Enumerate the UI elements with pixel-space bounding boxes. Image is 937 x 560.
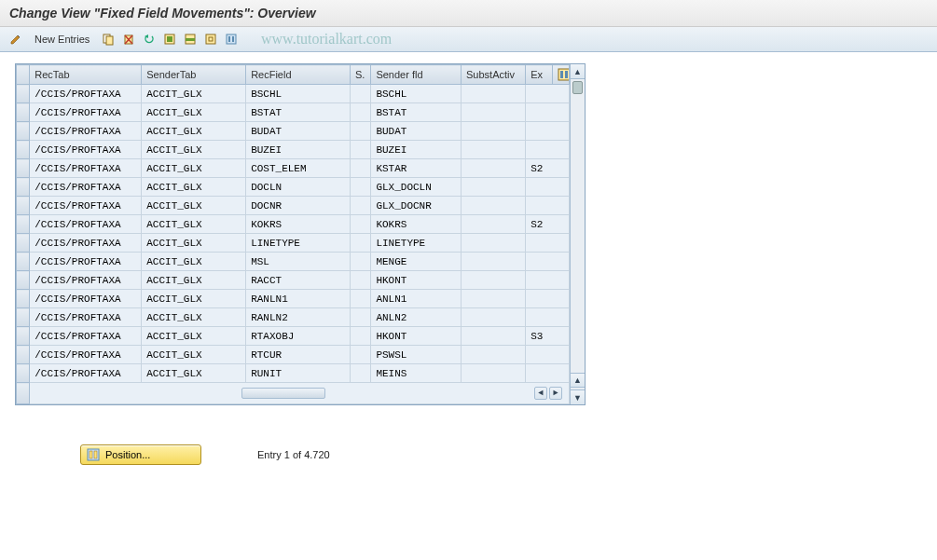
cell-senderfld[interactable]: LINETYPE	[371, 234, 462, 253]
cell-subst[interactable]	[462, 197, 526, 215]
cell-recfield[interactable]: RANLN1	[246, 290, 351, 308]
cell-recfield[interactable]: BSCHL	[246, 85, 351, 103]
vertical-scrollbar[interactable]: ▲ ▼ ▲	[570, 64, 585, 404]
table-row[interactable]: /CCIS/PROFTAXAACCIT_GLXRACCTHKONT	[17, 271, 570, 290]
cell-rectab[interactable]: /CCIS/PROFTAXA	[30, 197, 142, 215]
col-header-senderfld[interactable]: Sender fld	[371, 65, 462, 85]
new-entries-button[interactable]: New Entries	[28, 31, 96, 48]
deselect-all-icon[interactable]	[202, 31, 219, 48]
row-marker[interactable]	[17, 215, 30, 234]
row-marker[interactable]	[17, 364, 30, 383]
cell-subst[interactable]	[462, 85, 526, 103]
cell-recfield[interactable]: BUZEI	[246, 141, 351, 159]
row-marker[interactable]	[17, 141, 30, 159]
toggle-display-change-icon[interactable]	[7, 31, 24, 48]
cell-recfield[interactable]: DOCNR	[246, 197, 351, 215]
cell-sendertab[interactable]: ACCIT_GLX	[142, 178, 246, 197]
row-marker[interactable]	[17, 253, 30, 271]
cell-s[interactable]	[351, 346, 371, 364]
cell-sendertab[interactable]: ACCIT_GLX	[142, 308, 246, 327]
cell-rectab[interactable]: /CCIS/PROFTAXA	[30, 364, 142, 383]
table-row[interactable]: /CCIS/PROFTAXAACCIT_GLXLINETYPELINETYPE	[17, 234, 570, 253]
select-all-icon[interactable]	[161, 31, 178, 48]
table-row[interactable]: /CCIS/PROFTAXAACCIT_GLXCOST_ELEMKSTARS2	[17, 159, 570, 178]
row-marker[interactable]	[17, 308, 30, 327]
cell-ex[interactable]	[526, 308, 570, 327]
cell-recfield[interactable]: BUDAT	[246, 122, 351, 141]
cell-recfield[interactable]: DOCLN	[246, 178, 351, 197]
table-row[interactable]: /CCIS/PROFTAXAACCIT_GLXKOKRSKOKRSS2	[17, 215, 570, 234]
cell-ex[interactable]	[526, 141, 570, 159]
cell-subst[interactable]	[462, 364, 526, 383]
configuration-icon[interactable]	[223, 31, 240, 48]
table-config-button[interactable]	[552, 65, 569, 85]
cell-s[interactable]	[351, 85, 371, 103]
cell-sendertab[interactable]: ACCIT_GLX	[142, 346, 246, 364]
cell-senderfld[interactable]: BSCHL	[371, 85, 462, 103]
table-row[interactable]: /CCIS/PROFTAXAACCIT_GLXBUDATBUDAT	[17, 122, 570, 141]
cell-recfield[interactable]: KOKRS	[246, 215, 351, 234]
cell-recfield[interactable]: MSL	[246, 253, 351, 271]
col-header-rectab[interactable]: RecTab	[30, 65, 142, 85]
cell-subst[interactable]	[462, 346, 526, 364]
cell-subst[interactable]	[462, 103, 526, 122]
cell-subst[interactable]	[462, 234, 526, 253]
table-row[interactable]: /CCIS/PROFTAXAACCIT_GLXRUNITMEINS	[17, 364, 570, 383]
cell-senderfld[interactable]: BSTAT	[371, 103, 462, 122]
table-row[interactable]: /CCIS/PROFTAXAACCIT_GLXRANLN2ANLN2	[17, 308, 570, 327]
cell-s[interactable]	[351, 141, 371, 159]
row-marker-header[interactable]	[17, 65, 30, 85]
cell-subst[interactable]	[462, 215, 526, 234]
cell-sendertab[interactable]: ACCIT_GLX	[142, 215, 246, 234]
cell-s[interactable]	[351, 308, 371, 327]
cell-s[interactable]	[351, 234, 371, 253]
cell-senderfld[interactable]: HKONT	[371, 327, 462, 346]
vscroll-thumb[interactable]	[572, 81, 583, 94]
row-marker[interactable]	[17, 85, 30, 103]
cell-subst[interactable]	[462, 271, 526, 290]
col-header-substactiv[interactable]: SubstActiv	[462, 65, 526, 85]
cell-sendertab[interactable]: ACCIT_GLX	[142, 85, 246, 103]
row-marker[interactable]	[17, 103, 30, 122]
cell-rectab[interactable]: /CCIS/PROFTAXA	[30, 253, 142, 271]
cell-subst[interactable]	[462, 178, 526, 197]
cell-sendertab[interactable]: ACCIT_GLX	[142, 271, 246, 290]
cell-rectab[interactable]: /CCIS/PROFTAXA	[30, 178, 142, 197]
cell-senderfld[interactable]: KSTAR	[371, 159, 462, 178]
cell-recfield[interactable]: RANLN2	[246, 308, 351, 327]
cell-rectab[interactable]: /CCIS/PROFTAXA	[30, 159, 142, 178]
cell-subst[interactable]	[462, 159, 526, 178]
cell-s[interactable]	[351, 103, 371, 122]
row-marker[interactable]	[17, 159, 30, 178]
cell-rectab[interactable]: /CCIS/PROFTAXA	[30, 271, 142, 290]
cell-rectab[interactable]: /CCIS/PROFTAXA	[30, 122, 142, 141]
cell-recfield[interactable]: RACCT	[246, 271, 351, 290]
cell-rectab[interactable]: /CCIS/PROFTAXA	[30, 290, 142, 308]
row-marker[interactable]	[17, 234, 30, 253]
row-marker[interactable]	[17, 290, 30, 308]
cell-sendertab[interactable]: ACCIT_GLX	[142, 290, 246, 308]
cell-ex[interactable]	[526, 290, 570, 308]
cell-sendertab[interactable]: ACCIT_GLX	[142, 141, 246, 159]
copy-as-icon[interactable]	[100, 31, 117, 48]
cell-subst[interactable]	[462, 308, 526, 327]
table-row[interactable]: /CCIS/PROFTAXAACCIT_GLXDOCLNGLX_DOCLN	[17, 178, 570, 197]
cell-senderfld[interactable]: BUDAT	[371, 122, 462, 141]
cell-s[interactable]	[351, 364, 371, 383]
cell-ex[interactable]	[526, 122, 570, 141]
cell-recfield[interactable]: RUNIT	[246, 364, 351, 383]
select-block-icon[interactable]	[182, 31, 199, 48]
cell-ex[interactable]	[526, 234, 570, 253]
cell-recfield[interactable]: BSTAT	[246, 103, 351, 122]
cell-ex[interactable]	[526, 197, 570, 215]
cell-recfield[interactable]: RTCUR	[246, 346, 351, 364]
cell-s[interactable]	[351, 122, 371, 141]
cell-recfield[interactable]: COST_ELEM	[246, 159, 351, 178]
cell-senderfld[interactable]: MENGE	[371, 253, 462, 271]
col-header-ex[interactable]: Ex	[526, 65, 552, 85]
cell-sendertab[interactable]: ACCIT_GLX	[142, 122, 246, 141]
hscroll-left-icon[interactable]: ◄	[534, 387, 547, 400]
cell-s[interactable]	[351, 215, 371, 234]
cell-senderfld[interactable]: PSWSL	[371, 346, 462, 364]
undo-change-icon[interactable]	[141, 31, 158, 48]
